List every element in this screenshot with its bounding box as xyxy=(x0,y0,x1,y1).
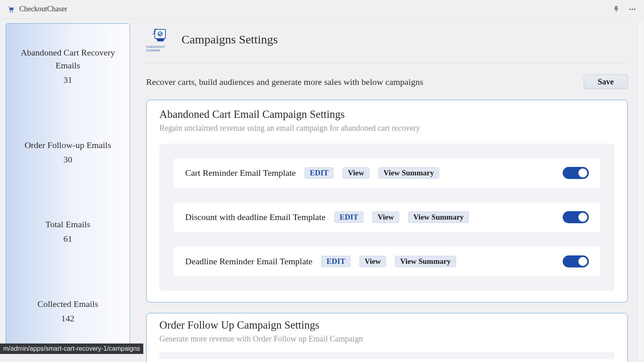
stat-total: Total Emails 61 xyxy=(6,218,130,245)
brand-caption: CHECKOUT CHASER xyxy=(146,45,173,52)
edit-button[interactable]: EDIT xyxy=(334,212,363,223)
template-toggle[interactable] xyxy=(563,255,589,267)
view-summary-button[interactable]: View Summary xyxy=(378,167,439,179)
template-toggle[interactable] xyxy=(563,211,589,223)
app-title: CheckoutChaser xyxy=(19,5,67,13)
main: CHECKOUT CHASER Campaigns Settings Recov… xyxy=(130,19,644,362)
svg-point-3 xyxy=(630,8,631,10)
view-button[interactable]: View xyxy=(372,212,399,223)
view-summary-button[interactable]: View Summary xyxy=(395,256,456,267)
svg-point-5 xyxy=(634,8,635,10)
edit-button[interactable]: EDIT xyxy=(305,167,334,179)
stat-value: 31 xyxy=(6,74,130,86)
page-subtitle: Recover carts, build audiences and gener… xyxy=(146,77,584,87)
stat-value: 30 xyxy=(6,153,130,166)
app-logo-icon xyxy=(6,5,15,14)
campaign-title: Order Follow Up Campaign Settings xyxy=(159,319,615,331)
save-button[interactable]: Save xyxy=(584,74,628,89)
page-header: CHECKOUT CHASER Campaigns Settings xyxy=(146,27,628,63)
more-icon[interactable] xyxy=(627,4,638,14)
sidebar: Abandoned Cart Recovery Emails 31 Order … xyxy=(6,23,130,348)
campaign-card-abandoned: Abandoned Cart Email Campaign Settings R… xyxy=(146,100,628,302)
edit-button[interactable]: EDIT xyxy=(321,256,350,267)
template-toggle[interactable] xyxy=(563,167,589,179)
scrollbar[interactable] xyxy=(638,21,643,360)
campaign-subtitle: Regain unclaimed revenue using an email … xyxy=(159,123,425,133)
template-row: Discount with deadline Email Template ED… xyxy=(174,202,600,232)
svg-point-4 xyxy=(632,8,633,10)
stat-abandoned: Abandoned Cart Recovery Emails 31 xyxy=(6,46,130,86)
view-summary-button[interactable]: View Summary xyxy=(408,212,469,223)
view-button[interactable]: View xyxy=(359,256,386,267)
campaign-card-followup: Order Follow Up Campaign Settings Genera… xyxy=(146,313,628,362)
stat-followup: Order Follow-up Emails 30 xyxy=(6,139,130,166)
template-name: Deadline Reminder Email Template xyxy=(185,256,312,267)
status-url-tooltip: m/admin/apps/smart-cart-recovery-1/campa… xyxy=(0,343,143,354)
svg-rect-6 xyxy=(155,29,165,39)
template-name: Cart Reminder Email Template xyxy=(185,168,296,178)
svg-point-1 xyxy=(12,11,13,12)
brand-logo-icon: CHECKOUT CHASER xyxy=(146,27,173,52)
stat-label: Order Follow-up Emails xyxy=(6,139,130,152)
stat-label: Collected Emails xyxy=(6,298,130,311)
campaign-title: Abandoned Cart Email Campaign Settings xyxy=(159,108,615,121)
stat-value: 61 xyxy=(6,232,130,245)
page-title: Campaigns Settings xyxy=(182,33,278,46)
svg-point-0 xyxy=(10,11,11,12)
view-button[interactable]: View xyxy=(343,167,369,179)
template-row: Deadline Reminder Email Template EDIT Vi… xyxy=(174,247,600,276)
pin-icon[interactable] xyxy=(611,4,621,14)
stat-value: 142 xyxy=(6,312,130,325)
stat-label: Total Emails xyxy=(6,218,130,231)
campaign-subtitle: Generate more revenue with Order Follow … xyxy=(159,334,522,344)
template-name: Discount with deadline Email Template xyxy=(185,212,326,222)
stat-collected: Collected Emails 142 xyxy=(6,298,130,325)
template-row: Cart Reminder Email Template EDIT View V… xyxy=(174,158,600,188)
stat-label: Abandoned Cart Recovery Emails xyxy=(6,46,130,72)
topbar: CheckoutChaser xyxy=(0,0,644,19)
